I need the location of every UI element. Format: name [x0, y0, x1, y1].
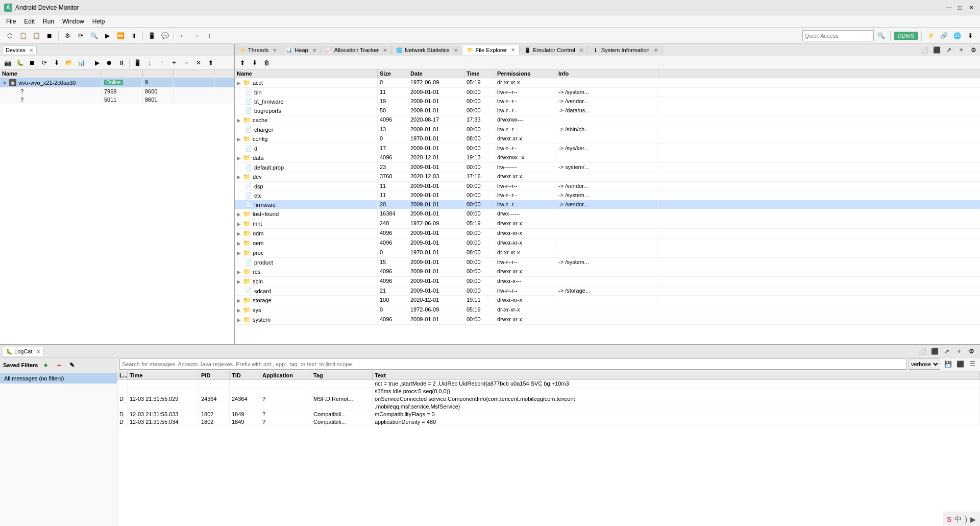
remove-filter-button[interactable]: − — [53, 360, 64, 371]
fe-tool-2[interactable]: ⬇ — [249, 57, 260, 68]
edit-filter-button[interactable]: ✎ — [66, 360, 78, 371]
log-search-input[interactable] — [119, 358, 906, 370]
expand-arrow[interactable]: ▶ — [237, 211, 241, 217]
menu-file[interactable]: File — [2, 17, 20, 26]
log-tool-1[interactable]: 💾 — [942, 358, 953, 370]
dev-tool-9[interactable]: ⏺ — [104, 57, 115, 68]
toolbar-btn-12[interactable]: 💬 — [159, 30, 170, 41]
panel-options[interactable]: ⚙ — [968, 44, 979, 56]
tab-heap[interactable]: 📊 Heap ✕ — [281, 45, 321, 55]
panel-view[interactable]: ↗ — [943, 44, 954, 56]
expand-arrow[interactable]: ▶ — [237, 221, 241, 227]
toolbar-btn-1[interactable]: ⬡ — [4, 30, 15, 41]
toolbar-btn-5[interactable]: ⚙ — [62, 30, 73, 41]
tray-icon-cn[interactable]: 中 — [954, 515, 962, 524]
device-row-main[interactable]: ▼ ▣ vivo-vivo_x21-2c0aa30 Online 9 — [0, 78, 234, 87]
minimize-button[interactable]: — — [944, 3, 953, 12]
file-row[interactable]: 📄 product 15 2009-01-01 00:00 lrw-r--r--… — [235, 258, 980, 267]
dev-tool-13[interactable]: ↑ — [156, 57, 167, 68]
panel-min[interactable]: ⬜ — [919, 44, 930, 56]
file-row[interactable]: 📄 default.prop 23 2009-01-01 00:00 lrw--… — [235, 163, 980, 172]
tray-icon-audio[interactable]: ) — [965, 515, 967, 523]
file-row[interactable]: 📄 firmware 20 2009-01-01 00:00 lrw-r--r-… — [235, 200, 980, 209]
file-row[interactable]: ▶ 📁 sys 0 1972-06-09 05:19 dr-xr-xr-x — [235, 305, 980, 315]
tray-icon-s[interactable]: S — [947, 515, 951, 523]
tab-file-explorer[interactable]: 📁 File Explorer ✕ — [462, 45, 520, 55]
logcat-max[interactable]: ⬛ — [929, 346, 940, 357]
file-row[interactable]: ▶ 📁 odm 4096 2009-01-01 00:00 drwxr-xr-x — [235, 229, 980, 238]
add-filter-button[interactable]: + — [40, 360, 51, 371]
ddms-button[interactable]: DDMS — [894, 32, 918, 40]
expand-arrow[interactable]: ▶ — [237, 298, 241, 303]
file-row[interactable]: 📄 bin 11 2009-01-01 00:00 lrw-r--r-- -> … — [235, 88, 980, 97]
log-row[interactable]: D 12-03 21:31:55.034 1802 1849 ? Compati… — [117, 418, 980, 426]
maximize-button[interactable]: □ — [955, 3, 965, 12]
toolbar-btn-13[interactable]: ← — [177, 30, 188, 41]
toolbar-btn-18[interactable]: 🌐 — [951, 30, 963, 41]
expand-arrow[interactable]: ▶ — [237, 241, 241, 246]
device-child-row-1[interactable]: ? 7968 8600 — [0, 87, 234, 95]
menu-run[interactable]: Run — [39, 17, 58, 26]
expand-arrow[interactable]: ▶ — [237, 117, 241, 123]
dev-tool-15[interactable]: − — [181, 57, 192, 68]
dev-tool-11[interactable]: 📱 — [132, 57, 143, 68]
toolbar-btn-9[interactable]: ⏩ — [115, 30, 126, 41]
file-row[interactable]: ▶ 📁 lost+found 16384 2009-01-01 00:00 dr… — [235, 209, 980, 219]
menu-help[interactable]: Help — [88, 17, 109, 26]
log-tool-2[interactable]: ⬛ — [954, 358, 966, 370]
file-row[interactable]: ▶ 📁 proc 0 1970-01-01 08:00 dr-xr-xr-x — [235, 248, 980, 258]
file-row[interactable]: ▶ 📁 sbin 4096 2009-01-01 00:00 drwxr-x--… — [235, 277, 980, 286]
dev-tool-6[interactable]: 📂 — [63, 57, 75, 68]
expand-arrow[interactable]: ▶ — [237, 279, 241, 284]
dev-tool-16[interactable]: ✕ — [193, 57, 204, 68]
toolbar-btn-19[interactable]: ⬇ — [965, 30, 976, 41]
toolbar-btn-16[interactable]: ⚡ — [925, 30, 936, 41]
file-row[interactable]: ▶ 📁 acct 0 1972-06-09 05:19 dr-xr-xr-x — [235, 78, 980, 88]
tab-allocation[interactable]: 📈 Allocation Tracker ✕ — [321, 45, 391, 55]
logcat-options[interactable]: ⚙ — [966, 346, 977, 357]
panel-add[interactable]: + — [955, 44, 967, 56]
file-row[interactable]: 📄 bugreports 50 2009-01-01 00:00 lrw-r--… — [235, 106, 980, 115]
toolbar-search-icon[interactable]: 🔍 — [876, 30, 887, 41]
file-row[interactable]: ▶ 📁 storage 100 2020-12-01 19:11 drwxr-x… — [235, 296, 980, 305]
log-row[interactable]: s38ms idle procs:5 seq(0,0,0)} — [117, 388, 980, 395]
dev-tool-7[interactable]: 📊 — [76, 57, 87, 68]
toolbar-btn-14[interactable]: → — [190, 30, 202, 41]
dev-tool-5[interactable]: ⬇ — [51, 57, 62, 68]
expand-arrow[interactable]: ▶ — [237, 136, 241, 142]
dev-tool-12[interactable]: ↓ — [144, 57, 155, 68]
quick-access-input[interactable] — [802, 30, 874, 41]
file-row[interactable]: 📄 bt_firmware 19 2009-01-01 00:00 lrw-r-… — [235, 97, 980, 106]
logcat-tab-close[interactable]: ✕ — [36, 349, 40, 354]
dev-tool-10[interactable]: ⏸ — [116, 57, 127, 68]
tab-system-info[interactable]: ℹ System Information ✕ — [588, 45, 663, 55]
menu-edit[interactable]: Edit — [20, 17, 39, 26]
dev-tool-14[interactable]: + — [168, 57, 180, 68]
tray-icon-play[interactable]: ▶ — [970, 515, 976, 523]
emulator-tab-close[interactable]: ✕ — [579, 47, 583, 53]
toolbar-btn-2[interactable]: 📋 — [17, 30, 29, 41]
expand-arrow[interactable]: ▶ — [237, 317, 241, 323]
filter-all-messages[interactable]: All messages (no filters) — [0, 373, 117, 384]
devices-tab[interactable]: Devices ✕ — [2, 45, 37, 54]
panel-max[interactable]: ⬛ — [931, 44, 942, 56]
toolbar-btn-15[interactable]: ↑ — [204, 30, 215, 41]
expand-arrow[interactable]: ▶ — [237, 269, 241, 275]
dev-tool-8[interactable]: ▶ — [91, 57, 103, 68]
dev-tool-17[interactable]: ⬆ — [205, 57, 216, 68]
heap-tab-close[interactable]: ✕ — [312, 47, 316, 53]
file-row[interactable]: 📄 sdcard 21 2009-01-01 00:00 lrw-r--r-- … — [235, 286, 980, 296]
log-row[interactable]: D 12-03 21:31:55.029 24364 24364 ? MSF.D… — [117, 395, 980, 403]
dev-tool-4[interactable]: ⟳ — [39, 57, 50, 68]
dev-tool-2[interactable]: 🐛 — [14, 57, 26, 68]
expand-arrow[interactable]: ▶ — [237, 174, 241, 180]
toolbar-btn-10[interactable]: ⏸ — [128, 30, 139, 41]
logcat-view[interactable]: ↗ — [941, 346, 952, 357]
toolbar-btn-11[interactable]: 📱 — [146, 30, 157, 41]
log-row[interactable]: D 12-03 21:31:55.033 1802 1849 ? Compati… — [117, 411, 980, 418]
log-tool-3[interactable]: ☰ — [967, 358, 978, 370]
file-explorer-tab-close[interactable]: ✕ — [511, 47, 515, 53]
devices-tab-close[interactable]: ✕ — [29, 47, 33, 53]
verbose-select[interactable]: verbose debug info warn error — [909, 358, 940, 370]
fe-tool-3[interactable]: 🗑 — [261, 57, 273, 68]
